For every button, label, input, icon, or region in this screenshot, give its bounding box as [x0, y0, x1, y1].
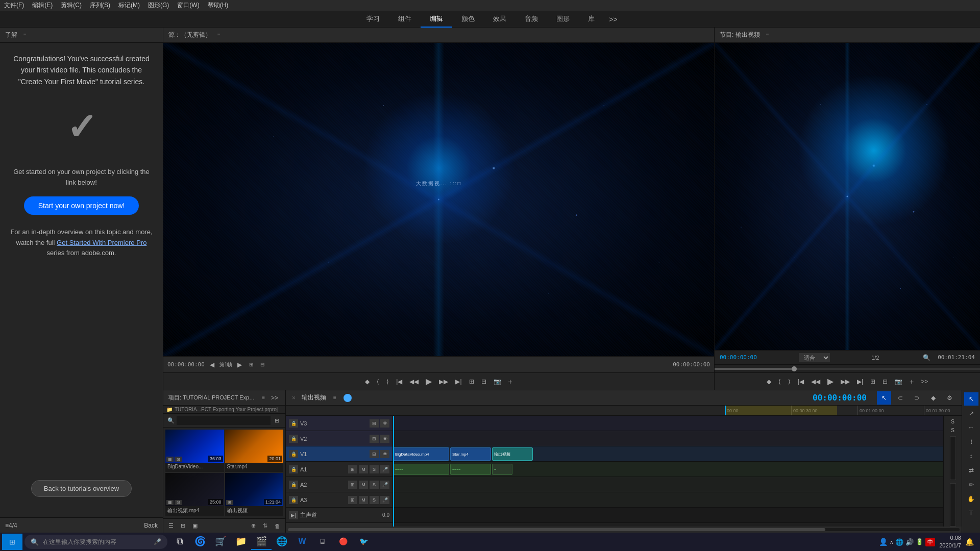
project-icon-toggle[interactable]: ▣ — [190, 521, 200, 530]
menu-file[interactable]: 文件(F) — [4, 1, 24, 10]
taskbar-unknown1[interactable]: 🖥 — [312, 534, 333, 550]
tool-pen[interactable]: ✏ — [964, 478, 978, 491]
source-overwrite-btn[interactable]: ⊟ — [479, 377, 488, 386]
source-step-fwd-btn[interactable]: ▶| — [453, 377, 463, 386]
prog-more-btn[interactable]: >> — [919, 377, 930, 386]
source-next-frame-btn[interactable]: ▶ — [235, 360, 244, 369]
clip-bigdata-video[interactable]: BigDataVideo.mp4 — [393, 447, 449, 461]
audio-clip-output[interactable]: ~ — [492, 464, 512, 475]
project-search-input[interactable] — [177, 416, 271, 425]
tab-library[interactable]: 库 — [579, 11, 604, 28]
track-m-a2[interactable]: M — [359, 481, 368, 489]
prog-go-in-btn[interactable]: ⟨ — [776, 377, 783, 386]
track-vis-v2[interactable]: 👁 — [380, 435, 389, 443]
track-m-a3[interactable]: M — [359, 496, 368, 504]
taskbar-edge[interactable]: 🌀 — [190, 534, 210, 550]
track-source-a3[interactable]: ⊞ — [348, 496, 357, 504]
tab-assembly[interactable]: 组件 — [389, 11, 421, 28]
source-step-back-btn[interactable]: |◀ — [394, 377, 404, 386]
tab-edit[interactable]: 编辑 — [421, 11, 452, 28]
workspace-more[interactable]: >> — [604, 12, 622, 27]
start-button[interactable]: ⊞ — [2, 534, 22, 550]
track-source-a2[interactable]: ⊞ — [348, 481, 357, 489]
track-source-a1[interactable]: ⊞ — [348, 465, 357, 473]
media-item-star[interactable]: 20:01 Star.mp4 — [225, 430, 284, 472]
audio-clip-bigdata[interactable]: ~~~~ — [393, 464, 449, 475]
source-go-in-btn[interactable]: ⟨ — [375, 377, 381, 386]
prog-go-out-btn[interactable]: ⟩ — [786, 377, 793, 386]
tab-color[interactable]: 颜色 — [452, 11, 484, 28]
project-panel-expand[interactable]: >> — [269, 393, 280, 403]
timeline-marker-tool[interactable]: ◆ — [926, 391, 940, 405]
taskbar-word[interactable]: W — [292, 534, 312, 550]
program-zoom-btn[interactable]: 🔍 — [921, 353, 933, 362]
tool-track-select[interactable]: ↗ — [964, 407, 978, 420]
source-ff-btn[interactable]: ▶▶ — [437, 377, 450, 386]
taskbar-chrome[interactable]: 🌐 — [272, 534, 292, 550]
timeline-scrollbar[interactable] — [286, 527, 962, 533]
track-vis-v1[interactable]: 👁 — [380, 450, 389, 458]
menu-help[interactable]: 帮助(H) — [208, 1, 229, 10]
taskbar-search[interactable]: 🔍 在这里输入你要搜索的内容 🎤 — [24, 535, 167, 549]
taskbar-notification[interactable]: 🔔 — [965, 538, 974, 546]
timeline-close-btn[interactable]: × — [291, 393, 297, 403]
project-grid-toggle[interactable]: ⊞ — [179, 521, 187, 530]
media-item-sequence[interactable]: ⊞ 1:21:04 输出视频 — [225, 473, 284, 517]
program-fit-select[interactable]: 适合 25% 50% 75% 100% — [799, 353, 830, 362]
prog-trim-next-btn[interactable]: ⊟ — [880, 377, 890, 386]
tool-hand[interactable]: ✋ — [964, 492, 978, 506]
project-delete-btn[interactable]: 🗑 — [273, 522, 282, 530]
tool-select[interactable]: ↖ — [964, 392, 978, 406]
source-prev-frame-btn[interactable]: ◀ — [208, 360, 216, 369]
menu-marker[interactable]: 标记(M) — [118, 1, 140, 10]
prog-step-back-btn[interactable]: |◀ — [796, 377, 806, 386]
source-rewind-btn[interactable]: ◀◀ — [407, 377, 421, 386]
start-project-button[interactable]: Start your own project now! — [24, 196, 139, 215]
scrollbar-thumb[interactable] — [288, 528, 825, 531]
timeline-panel-menu[interactable]: ≡ — [333, 395, 336, 400]
track-lock-v1[interactable]: 🔒 — [289, 450, 298, 458]
prog-export-btn[interactable]: 📷 — [893, 377, 904, 386]
track-mic-a3[interactable]: 🎤 — [380, 496, 389, 504]
track-source-v2[interactable]: ⊞ — [370, 435, 379, 443]
prog-play-btn[interactable]: ▶ — [825, 375, 836, 387]
clip-star-mp4[interactable]: Star.mp4 — [450, 447, 491, 461]
menu-window[interactable]: 窗口(W) — [177, 1, 199, 10]
menu-sequence[interactable]: 序列(S) — [90, 1, 110, 10]
track-source-v3[interactable]: ⊞ — [370, 419, 379, 428]
tab-learn[interactable]: 学习 — [357, 11, 389, 28]
prog-step-fwd-btn[interactable]: ▶| — [855, 377, 865, 386]
prog-rewind-btn[interactable]: ◀◀ — [809, 377, 822, 386]
tool-slip[interactable]: ↕ — [964, 449, 978, 463]
prog-trim-prev-btn[interactable]: ⊞ — [868, 377, 877, 386]
program-scrubber[interactable] — [715, 364, 980, 372]
track-mic-a2[interactable]: 🎤 — [380, 481, 389, 489]
timeline-select-tool[interactable]: ↖ — [877, 391, 891, 405]
tool-type[interactable]: T — [964, 507, 978, 520]
project-sort-btn[interactable]: ⇅ — [261, 521, 270, 530]
source-export-btn[interactable]: 📷 — [492, 377, 503, 386]
track-m-a1[interactable]: M — [359, 465, 368, 473]
source-insert-btn[interactable]: ⊞ — [467, 377, 476, 386]
menu-edit[interactable]: 编辑(E) — [32, 1, 53, 10]
source-play-btn[interactable]: ▶ — [424, 375, 434, 387]
track-lock-v3[interactable]: 🔒 — [289, 419, 298, 428]
prog-ff-btn[interactable]: ▶▶ — [839, 377, 852, 386]
learn-panel-menu[interactable]: ≡ — [23, 32, 27, 38]
track-vis-v3[interactable]: 👁 — [380, 419, 389, 428]
track-lock-a3[interactable]: 🔒 — [289, 496, 298, 504]
taskbar-store[interactable]: 🛒 — [210, 534, 231, 550]
timeline-snap-tool[interactable]: ⊂ — [893, 391, 908, 405]
taskbar-explorer[interactable]: 📁 — [231, 534, 251, 550]
back-to-tutorials-button[interactable]: Back to tutorials overview — [31, 480, 132, 497]
track-source-v1[interactable]: ⊞ — [370, 450, 379, 458]
taskbar-task-view[interactable]: ⧉ — [169, 534, 190, 550]
taskbar-premiere[interactable]: 🎬 — [251, 534, 272, 550]
tab-effects[interactable]: 效果 — [484, 11, 516, 28]
source-fit-btn[interactable]: ⊞ — [247, 361, 255, 368]
tool-ripple[interactable]: ↔ — [964, 421, 978, 434]
track-s-a1[interactable]: S — [370, 465, 379, 473]
menu-clip[interactable]: 剪辑(C) — [61, 1, 82, 10]
tab-audio[interactable]: 音频 — [516, 11, 547, 28]
taskbar-unknown2[interactable]: 🔴 — [333, 534, 353, 550]
